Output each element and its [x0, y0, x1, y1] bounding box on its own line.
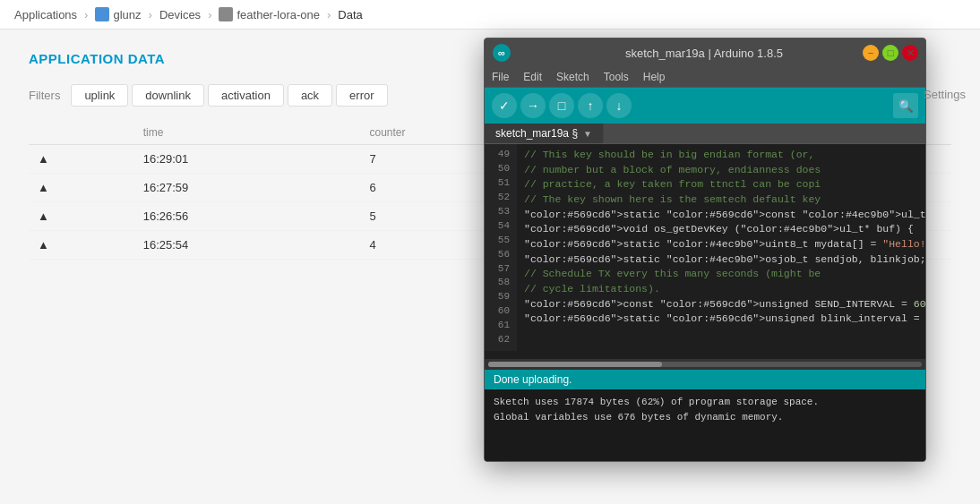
tab-label: sketch_mar19a §: [495, 127, 578, 140]
breadcrumb-sep-2: ›: [149, 8, 152, 21]
row-direction: ▲: [29, 231, 134, 260]
code-line: // Schedule TX every this many seconds (…: [524, 267, 918, 281]
code-line: "color:#569cd6">static "color:#569cd6">c…: [524, 208, 918, 223]
filter-activation[interactable]: activation: [208, 84, 284, 107]
open-icon: ↑: [588, 98, 594, 113]
breadcrumb: Applications › glunz › Devices › feather…: [0, 0, 980, 30]
filter-downlink[interactable]: downlink: [132, 84, 204, 107]
filter-error[interactable]: error: [336, 84, 387, 107]
breadcrumb-sep-4: ›: [327, 8, 331, 21]
breadcrumb-glunz[interactable]: glunz: [113, 8, 141, 21]
minimize-icon: −: [868, 47, 873, 58]
code-line: "color:#569cd6">void os_getDevKey ("colo…: [524, 222, 918, 237]
glunz-icon: [95, 7, 109, 21]
line-number: 57: [492, 262, 510, 277]
arduino-toolbar: ✓ → □ ↑ ↓ 🔍: [485, 88, 925, 124]
line-number: 51: [492, 176, 510, 191]
line-number: 52: [492, 191, 510, 205]
tab-dropdown-icon: ▼: [583, 129, 592, 139]
code-line: // The key shown here is the semtech def…: [524, 192, 918, 208]
arduino-tab-sketch[interactable]: sketch_mar19a § ▼: [485, 124, 604, 143]
device-icon: [219, 7, 233, 21]
window-close-button[interactable]: ✕: [902, 45, 918, 61]
col-direction: [29, 121, 134, 145]
line-numbers: 4950515253545556575859606162: [485, 144, 517, 281]
svg-text:∞: ∞: [498, 47, 505, 58]
code-inner: 4950515253545556575859606162 // This key…: [485, 144, 925, 281]
row-direction: ▲: [29, 145, 134, 174]
breadcrumb-applications[interactable]: Applications: [14, 8, 77, 21]
line-number: 56: [492, 248, 510, 262]
maximize-icon: □: [888, 47, 894, 58]
search-icon: 🔍: [898, 99, 914, 113]
breadcrumb-sep-3: ›: [208, 8, 211, 21]
code-line: // number but a block of memory, endiann…: [524, 163, 918, 178]
menu-tools[interactable]: Tools: [604, 69, 629, 85]
breadcrumb-data: Data: [338, 8, 362, 21]
arduino-code-area[interactable]: 4950515253545556575859606162 // This key…: [485, 144, 925, 281]
close-icon: ✕: [907, 47, 915, 59]
menu-edit[interactable]: Edit: [523, 69, 542, 85]
breadcrumb-sep-1: ›: [84, 8, 88, 21]
row-direction: ▲: [29, 174, 134, 202]
settings-button[interactable]: Settings: [924, 88, 966, 101]
arduino-menubar: File Edit Sketch Tools Help: [485, 67, 925, 88]
arduino-window: ∞ sketch_mar19a | Arduino 1.8.5 − □ ✕ Fi…: [484, 38, 926, 281]
row-time: 16:27:59: [134, 174, 361, 202]
filter-uplink[interactable]: uplink: [71, 84, 128, 107]
line-number: 55: [492, 234, 510, 248]
row-time: 16:25:54: [134, 231, 361, 260]
verify-icon: ✓: [499, 98, 510, 113]
line-number: 53: [492, 205, 510, 219]
code-line: // practice, a key taken from ttnctl can…: [524, 177, 918, 192]
arduino-title: sketch_mar19a | Arduino 1.8.5: [546, 47, 863, 60]
upload-icon: →: [527, 98, 539, 113]
new-icon: □: [558, 98, 565, 113]
menu-help[interactable]: Help: [643, 69, 666, 85]
line-number: 50: [492, 162, 510, 176]
breadcrumb-device-name[interactable]: feather-lora-one: [236, 8, 320, 21]
line-number: 58: [492, 276, 510, 281]
window-minimize-button[interactable]: −: [863, 45, 879, 61]
row-direction: ▲: [29, 202, 134, 231]
code-content: // This key should be in big endian form…: [517, 144, 925, 281]
window-controls: − □ ✕: [863, 45, 918, 61]
code-line: "color:#569cd6">static "color:#4ec9b0">o…: [524, 252, 918, 268]
filter-ack[interactable]: ack: [288, 84, 332, 107]
code-line: "color:#569cd6">static "color:#4ec9b0">u…: [524, 237, 918, 252]
code-line: // This key should be in big endian form…: [524, 148, 918, 163]
line-number: 54: [492, 219, 510, 234]
filters-label: Filters: [29, 89, 60, 102]
row-time: 16:29:01: [134, 145, 361, 174]
arduino-tab-bar: sketch_mar19a § ▼: [485, 124, 925, 144]
col-time: time: [134, 121, 361, 145]
line-number: 49: [492, 148, 510, 162]
save-button[interactable]: ↓: [606, 93, 632, 118]
verify-button[interactable]: ✓: [492, 93, 517, 118]
search-button[interactable]: 🔍: [893, 93, 918, 118]
breadcrumb-devices[interactable]: Devices: [159, 8, 201, 21]
upload-button[interactable]: →: [520, 93, 546, 118]
new-button[interactable]: □: [549, 93, 574, 118]
menu-file[interactable]: File: [492, 69, 509, 85]
row-time: 16:26:56: [134, 202, 361, 231]
window-maximize-button[interactable]: □: [882, 45, 898, 61]
menu-sketch[interactable]: Sketch: [556, 69, 589, 85]
arduino-titlebar: ∞ sketch_mar19a | Arduino 1.8.5 − □ ✕: [485, 38, 925, 67]
save-icon: ↓: [616, 98, 623, 113]
open-button[interactable]: ↑: [578, 93, 603, 118]
arduino-logo-icon: ∞: [492, 43, 511, 63]
